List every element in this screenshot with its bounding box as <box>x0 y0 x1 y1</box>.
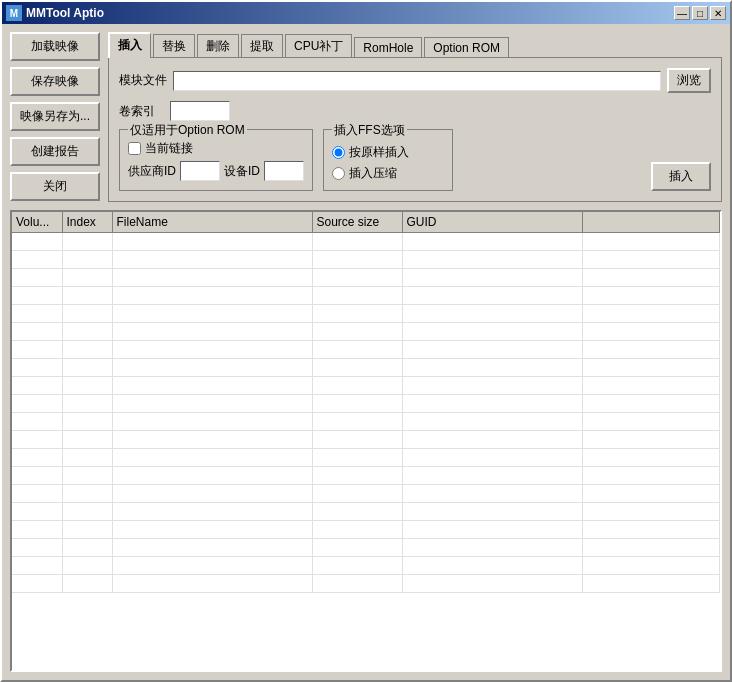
col-header-filename: FileName <box>112 212 312 233</box>
module-file-row: 模块文件 浏览 <box>119 68 711 93</box>
insert-button[interactable]: 插入 <box>651 162 711 191</box>
table-row <box>12 251 720 269</box>
titlebar: M MMTool Aptio — □ ✕ <box>2 2 730 24</box>
table-row <box>12 341 720 359</box>
minimize-button[interactable]: — <box>674 6 690 20</box>
browse-button[interactable]: 浏览 <box>667 68 711 93</box>
vendor-id-input[interactable] <box>180 161 220 181</box>
table-row <box>12 413 720 431</box>
compressed-radio-row: 插入压缩 <box>332 165 444 182</box>
content-area: 加载映像 保存映像 映像另存为... 创建报告 关闭 插入 替换 删除 提取 C… <box>2 24 730 210</box>
window-title: MMTool Aptio <box>26 6 104 20</box>
table-row <box>12 305 720 323</box>
table-row <box>12 485 720 503</box>
tab-insert[interactable]: 插入 <box>108 32 151 58</box>
device-id-input[interactable] <box>264 161 304 181</box>
col-header-guid: GUID <box>402 212 582 233</box>
table-row <box>12 323 720 341</box>
original-radio[interactable] <box>332 146 345 159</box>
compressed-radio[interactable] <box>332 167 345 180</box>
original-label: 按原样插入 <box>349 144 409 161</box>
table-header-row: Volu... Index FileName Source size GUID <box>12 212 720 233</box>
option-rom-group: 仅适用于Option ROM 当前链接 供应商ID 设备ID <box>119 129 313 191</box>
current-link-checkbox[interactable] <box>128 142 141 155</box>
table-row <box>12 233 720 251</box>
table-row <box>12 467 720 485</box>
options-area: 仅适用于Option ROM 当前链接 供应商ID 设备ID <box>119 129 711 191</box>
close-window-button[interactable]: ✕ <box>710 6 726 20</box>
close-button[interactable]: 关闭 <box>10 172 100 201</box>
ffs-radio-group: 按原样插入 插入压缩 <box>332 144 444 182</box>
tab-cpu-patch[interactable]: CPU补丁 <box>285 34 352 58</box>
device-id-label: 设备ID <box>224 163 260 180</box>
maximize-button[interactable]: □ <box>692 6 708 20</box>
create-report-button[interactable]: 创建报告 <box>10 137 100 166</box>
main-window: M MMTool Aptio — □ ✕ 加载映像 保存映像 映像另存为... … <box>0 0 732 682</box>
app-icon: M <box>6 5 22 21</box>
ffs-options-group: 插入FFS选项 按原样插入 插入压缩 <box>323 129 453 191</box>
tab-option-rom[interactable]: Option ROM <box>424 37 509 58</box>
table-row <box>12 575 720 593</box>
col-header-extra <box>582 212 720 233</box>
main-layout: 加载映像 保存映像 映像另存为... 创建报告 关闭 插入 替换 删除 提取 C… <box>2 24 730 680</box>
current-link-label: 当前链接 <box>145 140 193 157</box>
option-rom-group-title: 仅适用于Option ROM <box>128 122 247 139</box>
col-header-index: Index <box>62 212 112 233</box>
table-row <box>12 521 720 539</box>
top-section: 加载映像 保存映像 映像另存为... 创建报告 关闭 插入 替换 删除 提取 C… <box>2 24 730 210</box>
tab-romhole[interactable]: RomHole <box>354 37 422 58</box>
module-file-label: 模块文件 <box>119 72 167 89</box>
table-row <box>12 503 720 521</box>
volume-index-label: 卷索引 <box>119 103 164 120</box>
table-row <box>12 359 720 377</box>
ffs-group-title: 插入FFS选项 <box>332 122 407 139</box>
table-row <box>12 449 720 467</box>
original-radio-row: 按原样插入 <box>332 144 444 161</box>
right-panel: 插入 替换 删除 提取 CPU补丁 RomHole Option ROM 模块文… <box>108 32 722 202</box>
data-table-area: Volu... Index FileName Source size GUID <box>10 210 722 672</box>
left-panel: 加载映像 保存映像 映像另存为... 创建报告 关闭 <box>10 32 100 202</box>
table-row <box>12 269 720 287</box>
vendor-id-label: 供应商ID <box>128 163 176 180</box>
volume-index-input[interactable] <box>170 101 230 121</box>
volume-index-row: 卷索引 <box>119 101 711 121</box>
compressed-label: 插入压缩 <box>349 165 397 182</box>
insert-tab-content: 模块文件 浏览 卷索引 仅适用于 <box>108 57 722 202</box>
table-row <box>12 287 720 305</box>
table-row <box>12 557 720 575</box>
table-row <box>12 395 720 413</box>
table-body <box>12 233 720 593</box>
tab-delete[interactable]: 删除 <box>197 34 239 58</box>
titlebar-buttons: — □ ✕ <box>674 6 726 20</box>
insert-btn-container: 插入 <box>651 129 711 191</box>
table-row <box>12 377 720 395</box>
data-table: Volu... Index FileName Source size GUID <box>12 212 720 593</box>
table-row <box>12 431 720 449</box>
load-image-button[interactable]: 加载映像 <box>10 32 100 61</box>
vendor-id-row: 供应商ID 设备ID <box>128 161 304 181</box>
tab-replace[interactable]: 替换 <box>153 34 195 58</box>
titlebar-left: M MMTool Aptio <box>6 5 104 21</box>
tab-extract[interactable]: 提取 <box>241 34 283 58</box>
save-image-button[interactable]: 保存映像 <box>10 67 100 96</box>
col-header-sourcesize: Source size <box>312 212 402 233</box>
module-file-input[interactable] <box>173 71 661 91</box>
tab-bar: 插入 替换 删除 提取 CPU补丁 RomHole Option ROM <box>108 32 722 58</box>
col-header-volu: Volu... <box>12 212 62 233</box>
table-row <box>12 539 720 557</box>
save-as-button[interactable]: 映像另存为... <box>10 102 100 131</box>
current-link-row: 当前链接 <box>128 140 304 157</box>
